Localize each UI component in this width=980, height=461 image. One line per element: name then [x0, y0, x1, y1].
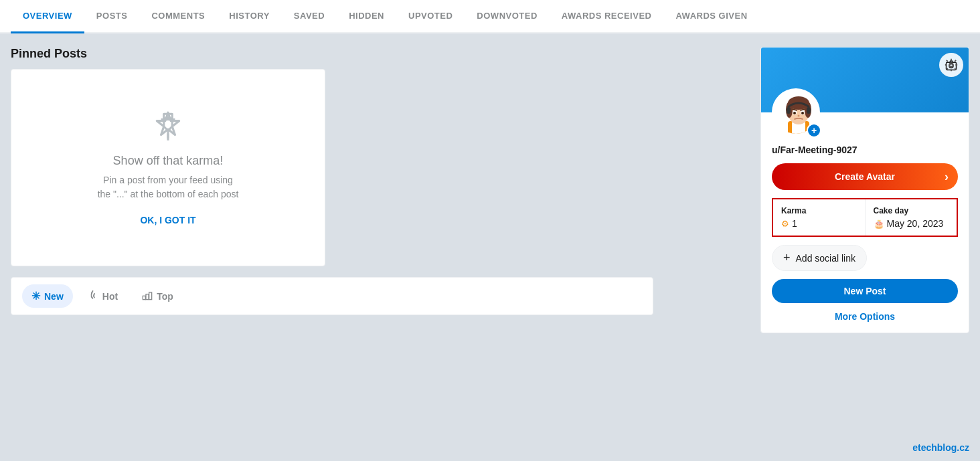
- tab-comments[interactable]: COMMENTS: [139, 0, 217, 33]
- karma-value: ⚙ 1: [781, 218, 857, 229]
- karma-number: 1: [792, 218, 797, 229]
- sort-top-button[interactable]: Top: [133, 284, 183, 308]
- cake-day-box: Cake day 🎂 May 20, 2023: [866, 199, 957, 236]
- cake-day-value: 🎂 May 20, 2023: [874, 218, 949, 229]
- add-social-label: Add social link: [796, 253, 856, 264]
- svg-point-22: [949, 63, 953, 67]
- nav-tabs: OVERVIEW POSTS COMMENTS HISTORY SAVED HI…: [0, 0, 980, 33]
- pinned-section-title: Pinned Posts: [11, 47, 744, 61]
- sort-hot-label: Hot: [102, 291, 118, 302]
- karma-label: Karma: [781, 206, 857, 215]
- pinned-card-title: Show off that karma!: [113, 154, 224, 168]
- sort-top-label: Top: [157, 291, 173, 302]
- snowflake-icon: ✳: [31, 290, 40, 302]
- settings-button[interactable]: [939, 53, 963, 77]
- left-content: Pinned Posts Show off that karma! Pin a …: [11, 47, 744, 333]
- new-post-button[interactable]: New Post: [772, 279, 958, 303]
- profile-card: +: [760, 47, 969, 333]
- svg-rect-2: [143, 296, 145, 299]
- add-social-link-button[interactable]: + Add social link: [772, 245, 867, 271]
- profile-banner: +: [761, 48, 969, 112]
- tab-saved[interactable]: SAVED: [282, 0, 337, 33]
- create-avatar-button[interactable]: Create Avatar ›: [772, 163, 958, 190]
- podium-icon: [142, 290, 153, 302]
- sort-hot-button[interactable]: Hot: [78, 284, 127, 308]
- cake-day-label: Cake day: [874, 206, 949, 215]
- tab-downvoted[interactable]: DOWNVOTED: [465, 0, 549, 33]
- cake-icon: 🎂: [874, 219, 884, 229]
- sort-new-label: New: [44, 291, 64, 302]
- tab-posts[interactable]: POSTS: [84, 0, 140, 33]
- profile-body: u/Far-Meeting-9027 Create Avatar › Karma…: [761, 112, 969, 333]
- username: u/Far-Meeting-9027: [772, 145, 958, 155]
- svg-rect-4: [149, 292, 152, 300]
- tab-upvoted[interactable]: UPVOTED: [396, 0, 465, 33]
- pinned-card: Show off that karma! Pin a post from you…: [11, 69, 325, 266]
- tab-overview[interactable]: OVERVIEW: [11, 0, 84, 33]
- tab-awards-given[interactable]: AWARDS GIVEN: [663, 0, 759, 33]
- watermark: etechblog.cz: [912, 442, 969, 453]
- right-sidebar: +: [760, 47, 969, 333]
- create-avatar-label: Create Avatar: [835, 171, 895, 182]
- ok-got-it-link[interactable]: OK, I GOT IT: [140, 215, 195, 225]
- tab-awards-received[interactable]: AWARDS RECEIVED: [550, 0, 664, 33]
- tab-history[interactable]: HISTORY: [217, 0, 282, 33]
- pin-icon: [151, 110, 185, 143]
- svg-rect-3: [146, 294, 149, 300]
- stats-row: Karma ⚙ 1 Cake day 🎂 May 20, 2023: [772, 198, 958, 237]
- more-options-link[interactable]: More Options: [772, 311, 958, 322]
- new-post-label: New Post: [843, 286, 886, 296]
- gear-icon: [944, 58, 959, 72]
- karma-box: Karma ⚙ 1: [773, 199, 866, 236]
- cake-day-date: May 20, 2023: [887, 218, 944, 229]
- plus-icon: +: [783, 251, 791, 265]
- arrow-icon: ›: [945, 170, 949, 184]
- main-layout: Pinned Posts Show off that karma! Pin a …: [0, 33, 980, 347]
- sort-bar: ✳ New Hot Top: [11, 277, 653, 315]
- tab-hidden[interactable]: HIDDEN: [337, 0, 396, 33]
- pinned-card-desc: Pin a post from your feed usingthe "..."…: [98, 173, 239, 201]
- flame-icon: [88, 290, 98, 302]
- sort-new-button[interactable]: ✳ New: [22, 284, 73, 308]
- karma-icon: ⚙: [781, 219, 789, 229]
